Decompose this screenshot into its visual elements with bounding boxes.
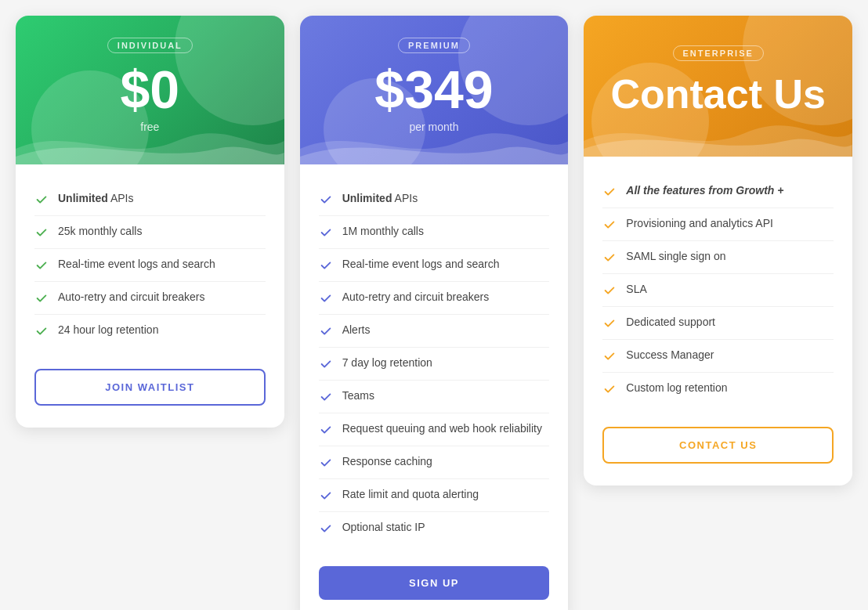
check-icon: [602, 349, 617, 363]
check-icon: [34, 258, 49, 273]
list-item: Unlimited APIs: [34, 183, 266, 216]
price-individual: $0: [121, 63, 180, 116]
individual-button[interactable]: JOIN WAITLIST: [34, 369, 266, 406]
price-period-individual: free: [140, 121, 159, 133]
check-icon: [34, 193, 49, 207]
feature-text: Provisioning and analytics API: [626, 217, 773, 229]
wave-enterprise: [584, 117, 852, 157]
list-item: Real-time event logs and search: [319, 249, 550, 282]
price-premium: $349: [374, 63, 493, 116]
feature-text: Unlimited APIs: [342, 192, 418, 204]
check-icon: [319, 258, 333, 273]
list-item: Unlimited APIs: [319, 183, 550, 216]
check-icon: [319, 324, 333, 338]
plan-label-premium: PREMIUM: [398, 38, 470, 53]
list-item: Rate limit and quota alerting: [319, 479, 550, 512]
pricing-card-enterprise: ENTERPRISEContact UsAll the features fro…: [584, 16, 852, 485]
list-item: Real-time event logs and search: [34, 249, 266, 282]
feature-text: Rate limit and quota alerting: [342, 488, 479, 500]
card-body-individual: Unlimited APIs25k monthly callsReal-time…: [16, 164, 284, 428]
card-body-premium: Unlimited APIs1M monthly callsReal-time …: [300, 164, 569, 610]
feature-text: Auto-retry and circuit breakers: [58, 291, 205, 303]
check-icon: [602, 316, 617, 330]
list-item: Teams: [319, 381, 550, 413]
feature-text: Response caching: [342, 455, 432, 467]
list-item: Success Manager: [602, 340, 834, 373]
check-icon: [34, 226, 49, 240]
contact-us-title: Contact Us: [610, 70, 825, 117]
card-body-enterprise: All the features from Growth +Provisioni…: [584, 157, 852, 485]
card-header-enterprise: ENTERPRISEContact Us: [584, 16, 852, 157]
check-icon: [34, 291, 49, 305]
list-item: Dedicated support: [602, 307, 834, 340]
list-item: 7 day log retention: [319, 348, 550, 381]
card-header-premium: PREMIUM$349per month: [300, 16, 569, 164]
list-item: 24 hour log retention: [34, 315, 266, 347]
feature-text: Real-time event logs and search: [342, 258, 500, 270]
feature-text: Request queuing and web hook reliability: [342, 422, 542, 435]
list-item: SLA: [602, 274, 834, 307]
feature-text: SLA: [626, 283, 646, 295]
feature-text: Dedicated support: [626, 316, 715, 328]
feature-text: Optional static IP: [342, 521, 425, 533]
plan-label-individual: INDIVIDUAL: [107, 38, 193, 53]
feature-list-enterprise: All the features from Growth +Provisioni…: [602, 175, 834, 405]
feature-text: All the features from Growth +: [626, 184, 783, 197]
plan-label-enterprise: ENTERPRISE: [673, 45, 764, 61]
feature-text: 7 day log retention: [342, 356, 432, 369]
check-icon: [602, 283, 617, 298]
list-item: Auto-retry and circuit breakers: [34, 282, 266, 315]
list-item: Custom log retention: [602, 373, 834, 405]
feature-text: SAML single sign on: [626, 250, 725, 262]
enterprise-button[interactable]: CONTACT US: [602, 427, 834, 464]
check-icon: [602, 185, 617, 199]
list-item: Optional static IP: [319, 512, 550, 544]
list-item: SAML single sign on: [602, 241, 834, 274]
card-header-individual: INDIVIDUAL$0free: [16, 16, 284, 164]
check-icon: [319, 489, 333, 503]
list-item: 1M monthly calls: [319, 216, 550, 249]
pricing-card-premium: PREMIUM$349per monthUnlimited APIs1M mon…: [300, 16, 569, 610]
list-item: Request queuing and web hook reliability: [319, 413, 550, 446]
check-icon: [34, 324, 49, 338]
check-icon: [319, 357, 333, 371]
list-item: Alerts: [319, 315, 550, 348]
list-item: Response caching: [319, 446, 550, 479]
feature-list-individual: Unlimited APIs25k monthly callsReal-time…: [34, 183, 266, 347]
price-period-premium: per month: [409, 121, 458, 133]
check-icon: [319, 291, 333, 305]
premium-button[interactable]: SIGN UP: [319, 566, 550, 600]
feature-text: Alerts: [342, 323, 371, 336]
check-icon: [319, 423, 333, 437]
feature-text: 25k monthly calls: [58, 225, 142, 237]
check-icon: [319, 456, 333, 470]
feature-text: Custom log retention: [626, 381, 727, 394]
list-item: Auto-retry and circuit breakers: [319, 282, 550, 315]
feature-text: Teams: [342, 389, 374, 402]
list-item: Provisioning and analytics API: [602, 208, 834, 241]
check-icon: [602, 251, 617, 265]
list-item: All the features from Growth +: [602, 175, 834, 208]
pricing-container: INDIVIDUAL$0freeUnlimited APIs25k monthl…: [16, 16, 852, 610]
feature-text: Unlimited APIs: [58, 192, 133, 204]
feature-text: 1M monthly calls: [342, 225, 424, 237]
check-icon: [319, 390, 333, 404]
feature-text: Success Manager: [626, 348, 714, 361]
feature-text: Real-time event logs and search: [58, 258, 215, 270]
check-icon: [319, 193, 333, 207]
check-icon: [319, 522, 333, 536]
check-icon: [319, 226, 333, 240]
feature-list-premium: Unlimited APIs1M monthly callsReal-time …: [319, 183, 550, 544]
pricing-card-individual: INDIVIDUAL$0freeUnlimited APIs25k monthl…: [16, 16, 284, 428]
list-item: 25k monthly calls: [34, 216, 266, 249]
check-icon: [602, 382, 617, 396]
check-icon: [602, 218, 617, 232]
feature-text: Auto-retry and circuit breakers: [342, 291, 490, 303]
feature-text: 24 hour log retention: [58, 323, 158, 336]
